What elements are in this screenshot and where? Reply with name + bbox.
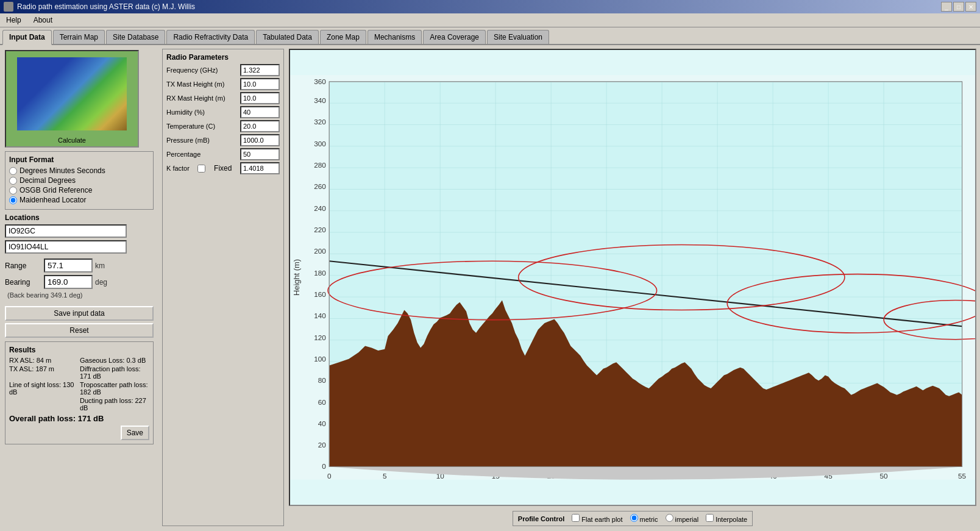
svg-text:220: 220 (314, 226, 326, 233)
maximize-button[interactable]: □ (953, 2, 964, 12)
percentage-input[interactable] (240, 148, 280, 160)
range-input[interactable] (44, 258, 93, 273)
kfactor-input[interactable] (240, 162, 280, 174)
map-container[interactable]: Calculate (5, 50, 139, 148)
svg-text:240: 240 (314, 204, 326, 212)
kfactor-label: K factor (166, 165, 190, 172)
results-box: Results RX ASL: 84 m Gaseous Loss: 0.3 d… (5, 341, 154, 444)
menu-about[interactable]: About (30, 15, 56, 26)
map-calculate-label: Calculate (58, 137, 86, 144)
tab-radio-refractivity[interactable]: Radio Refractivity Data (166, 30, 255, 44)
imperial-radio[interactable] (666, 514, 673, 522)
location1-input[interactable] (5, 224, 127, 238)
window-icon (4, 2, 13, 12)
radio-maidenhead[interactable]: Maidenhead Locator (9, 196, 149, 204)
menu-help[interactable]: Help (2, 15, 25, 26)
svg-text:40: 40 (318, 419, 327, 427)
temperature-label: Temperature (C) (166, 123, 215, 130)
profile-control-title: Profile Control (518, 515, 564, 522)
interpolate-checkbox[interactable] (706, 514, 714, 522)
troposcatter-loss: Troposcatter path loss: 182 dB (80, 381, 149, 396)
svg-text:120: 120 (314, 333, 326, 341)
rp-frequency: Frequency (GHz) (166, 64, 280, 76)
frequency-input[interactable] (240, 64, 280, 76)
minimize-button[interactable]: _ (941, 2, 952, 12)
locations-box: Locations (5, 213, 154, 254)
rx-height-input[interactable] (240, 92, 280, 104)
tab-terrain-map[interactable]: Terrain Map (53, 30, 105, 44)
tab-site-evaluation[interactable]: Site Evaluation (487, 30, 549, 44)
imperial-control[interactable]: imperial (666, 514, 699, 523)
reset-button[interactable]: Reset (5, 323, 154, 338)
radio-maidenhead-label: Maidenhead Locator (20, 196, 86, 204)
svg-text:160: 160 (314, 290, 326, 298)
radio-osgb-input[interactable] (9, 187, 17, 194)
bearing-unit: deg (95, 278, 107, 287)
kfactor-fixed-checkbox[interactable] (197, 165, 205, 173)
range-label: Range (5, 262, 41, 270)
save-results-button[interactable]: Save (121, 426, 149, 440)
rp-temperature: Temperature (C) (166, 120, 280, 132)
left-panel: Calculate Input Format Degrees Minutes S… (0, 45, 158, 530)
close-button[interactable]: ✕ (965, 2, 976, 12)
terrain-chart: 0 20 40 60 80 100 120 140 160 180 200 22… (290, 50, 975, 505)
tab-site-database[interactable]: Site Database (106, 30, 165, 44)
radio-dms[interactable]: Degrees Minutes Seconds (9, 166, 149, 175)
interpolate-control[interactable]: Interpolate (706, 514, 747, 523)
svg-text:140: 140 (314, 312, 326, 319)
range-bearing-section: Range km Bearing deg (Back bearing 349.1… (5, 257, 154, 300)
tab-tabulated-data[interactable]: Tabulated Data (256, 30, 319, 44)
rx-height-label: RX Mast Height (m) (166, 94, 225, 102)
diffraction-loss: Diffraction path loss: 171 dB (80, 365, 149, 380)
svg-text:80: 80 (318, 376, 327, 384)
ducting-loss: Ducting path loss: 227 dB (80, 397, 149, 412)
svg-text:0: 0 (327, 472, 332, 480)
percentage-label: Percentage (166, 151, 201, 158)
input-format-box: Input Format Degrees Minutes Seconds Dec… (5, 151, 154, 210)
tab-area-coverage[interactable]: Area Coverage (423, 30, 486, 44)
save-input-button[interactable]: Save input data (5, 306, 154, 321)
rp-humidity: Humidity (%) (166, 106, 280, 118)
radio-osgb-label: OSGB Grid Reference (20, 186, 92, 194)
rx-asl: RX ASL: 84 m (9, 357, 79, 364)
menu-bar: Help About (0, 13, 980, 27)
tab-mechanisms[interactable]: Mechanisms (367, 30, 422, 44)
tab-zone-map[interactable]: Zone Map (320, 30, 366, 44)
radio-osgb[interactable]: OSGB Grid Reference (9, 186, 149, 194)
location2-input[interactable] (5, 240, 127, 254)
bearing-label: Bearing (5, 278, 41, 287)
rp-tx-height: TX Mast Height (m) (166, 78, 280, 90)
input-format-title: Input Format (9, 155, 149, 164)
svg-text:340: 340 (314, 96, 326, 104)
radio-dd[interactable]: Decimal Degrees (9, 176, 149, 185)
svg-text:320: 320 (314, 118, 326, 126)
metric-radio[interactable] (630, 514, 638, 522)
svg-text:0: 0 (322, 462, 326, 470)
svg-text:20: 20 (318, 441, 327, 449)
tab-input-data[interactable]: Input Data (2, 30, 52, 45)
radio-dms-input[interactable] (9, 167, 17, 175)
svg-text:55: 55 (958, 472, 967, 480)
tx-height-input[interactable] (240, 78, 280, 90)
pressure-input[interactable] (240, 134, 280, 146)
svg-text:Height (m): Height (m) (292, 259, 301, 296)
humidity-input[interactable] (240, 106, 280, 118)
svg-text:280: 280 (314, 161, 326, 169)
los-loss: Line of sight loss: 130 dB (9, 381, 79, 396)
metric-control[interactable]: metric (630, 514, 658, 523)
temperature-input[interactable] (240, 120, 280, 132)
pressure-label: Pressure (mB) (166, 137, 210, 144)
tabs-bar: Input Data Terrain Map Site Database Rad… (0, 27, 980, 45)
svg-text:300: 300 (314, 140, 326, 148)
radio-dd-input[interactable] (9, 177, 17, 185)
frequency-label: Frequency (GHz) (166, 66, 218, 74)
bearing-input[interactable] (44, 275, 93, 289)
flat-earth-control[interactable]: Flat earth plot (572, 514, 622, 523)
profile-control: Profile Control Flat earth plot metric i… (513, 511, 753, 526)
flat-earth-checkbox[interactable] (572, 514, 580, 522)
window-title: Radio path estimation using ASTER data (… (17, 2, 195, 11)
map-image (17, 57, 127, 130)
button-row: Save input data Reset (5, 306, 154, 338)
range-unit: km (95, 262, 105, 270)
radio-maidenhead-input[interactable] (9, 196, 17, 204)
